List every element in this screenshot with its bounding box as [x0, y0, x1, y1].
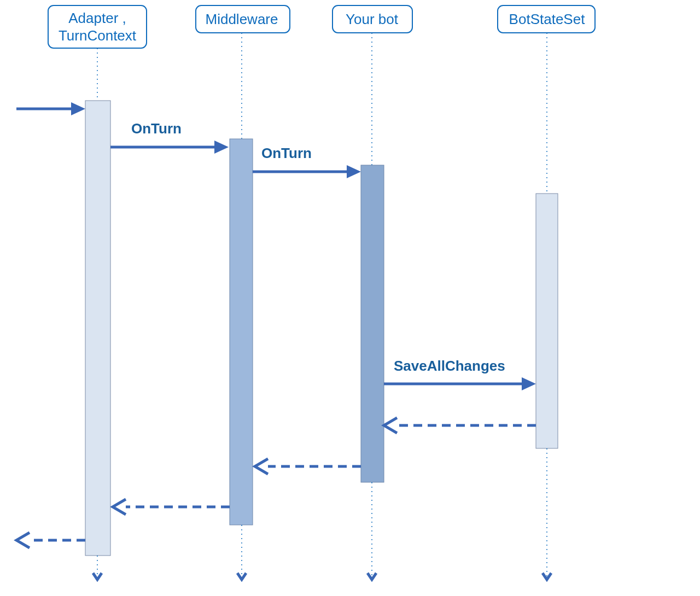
sequence-diagram: Adapter , TurnContext Middleware Your bo…	[0, 0, 700, 596]
participant-middleware: Middleware	[196, 5, 290, 33]
return-out	[16, 533, 85, 548]
return-bot	[255, 459, 361, 474]
message-onturn-1: OnTurn	[110, 120, 229, 154]
activation-botstateset	[536, 194, 558, 448]
participant-adapter-label1: Adapter ,	[68, 10, 126, 26]
lifeline-yourbot-bottom	[368, 482, 376, 580]
participant-adapter: Adapter , TurnContext	[48, 5, 147, 48]
message-onturn-2-label: OnTurn	[261, 145, 312, 161]
return-middleware	[113, 499, 230, 515]
participant-botstateset: BotStateSet	[498, 5, 595, 33]
participant-yourbot-label: Your bot	[346, 11, 399, 27]
activation-adapter	[85, 101, 110, 556]
message-onturn-1-label: OnTurn	[131, 120, 182, 137]
message-in	[16, 102, 85, 115]
participant-yourbot: Your bot	[332, 5, 412, 33]
lifeline-adapter-bottom	[93, 556, 102, 580]
svg-marker-15	[522, 377, 536, 390]
svg-marker-13	[347, 165, 361, 178]
lifeline-middleware-bottom	[237, 525, 246, 580]
activation-middleware	[230, 139, 253, 525]
svg-marker-11	[214, 141, 229, 154]
message-saveallchanges-label: SaveAllChanges	[394, 358, 505, 374]
participant-middleware-label: Middleware	[206, 11, 278, 27]
message-onturn-2: OnTurn	[253, 145, 361, 178]
participant-botstateset-label: BotStateSet	[509, 11, 586, 27]
participant-adapter-label2: TurnContext	[59, 27, 137, 44]
lifeline-botstateset-bottom	[542, 448, 551, 580]
svg-marker-9	[71, 102, 85, 115]
return-save	[384, 418, 536, 433]
message-saveallchanges: SaveAllChanges	[384, 358, 536, 390]
activation-yourbot	[361, 165, 384, 482]
